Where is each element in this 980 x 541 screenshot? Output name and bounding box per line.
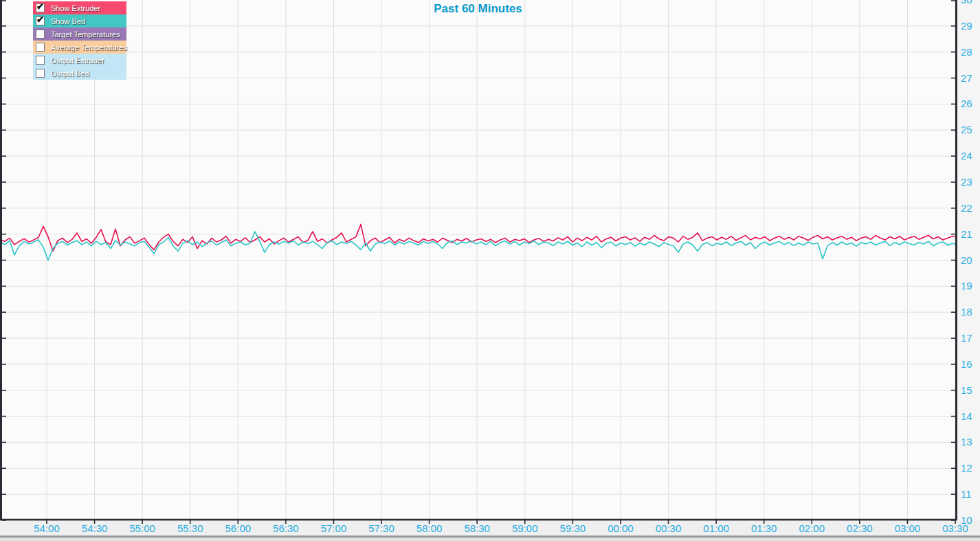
x-tick-label: 55:30 bbox=[169, 522, 212, 534]
legend-item-show-extruder[interactable]: ✔ Show Extruder bbox=[33, 1, 126, 14]
x-tick-label: 01:30 bbox=[743, 522, 786, 534]
x-tick-label: 54:00 bbox=[25, 522, 68, 534]
y-tick-label: 13 bbox=[961, 436, 980, 448]
x-tick-label: 56:00 bbox=[216, 522, 259, 534]
y-tick-label: 24 bbox=[961, 150, 980, 162]
x-tick-label: 55:00 bbox=[121, 522, 164, 534]
x-tick-label: 54:30 bbox=[74, 522, 116, 534]
legend-item-average-temperatures[interactable]: Average Temperatures bbox=[33, 41, 126, 54]
x-tick-label: 03:00 bbox=[886, 522, 928, 534]
legend-item-output-bed[interactable]: Output Bed bbox=[33, 67, 126, 80]
x-tick-label: 57:30 bbox=[360, 522, 403, 534]
panel-bottom-edge bbox=[0, 538, 980, 541]
legend-label: Average Temperatures bbox=[51, 43, 127, 52]
y-tick-label: 25 bbox=[961, 124, 980, 135]
y-tick-label: 30 bbox=[961, 0, 980, 5]
y-tick-label: 23 bbox=[961, 176, 980, 188]
checkmark-icon: ✔ bbox=[36, 2, 44, 11]
y-tick-label: 12 bbox=[961, 462, 980, 474]
y-tick-label: 26 bbox=[961, 98, 980, 109]
legend-checkbox[interactable] bbox=[36, 69, 45, 78]
legend-checkbox[interactable] bbox=[36, 56, 45, 65]
x-tick-label: 59:30 bbox=[551, 522, 594, 534]
legend-label: Output Extruder bbox=[51, 56, 104, 65]
legend-checkbox[interactable] bbox=[36, 30, 45, 38]
legend-label: Show Bed bbox=[51, 17, 85, 25]
y-tick-label: 22 bbox=[961, 202, 980, 214]
x-tick-label: 02:30 bbox=[838, 522, 881, 534]
panel-bottom-border bbox=[0, 536, 980, 538]
y-tick-label: 29 bbox=[961, 20, 980, 32]
temperature-graph-panel: Past 60 Minutes ✔ Show Extruder ✔ Show B… bbox=[0, 0, 980, 541]
x-tick-label: 58:30 bbox=[456, 522, 498, 534]
legend-label: Output Bed bbox=[51, 69, 89, 78]
y-tick-label: 16 bbox=[961, 358, 980, 370]
y-tick-label: 20 bbox=[961, 254, 980, 266]
legend-label: Target Temperatures bbox=[51, 30, 120, 38]
x-tick-label: 58:00 bbox=[408, 522, 451, 534]
legend-label: Show Extruder bbox=[51, 4, 100, 12]
legend-item-show-bed[interactable]: ✔ Show Bed bbox=[33, 14, 126, 27]
y-tick-label: 27 bbox=[961, 72, 980, 84]
x-tick-label: 56:30 bbox=[265, 522, 307, 534]
x-tick-label: 01:00 bbox=[695, 522, 737, 534]
checkmark-icon: ✔ bbox=[36, 15, 44, 24]
legend-item-output-extruder[interactable]: Output Extruder bbox=[33, 54, 126, 67]
legend-item-target-temperatures[interactable]: Target Temperatures bbox=[33, 27, 126, 41]
y-tick-label: 14 bbox=[961, 410, 980, 422]
chart-title: Past 60 Minutes bbox=[0, 2, 956, 16]
temperature-chart bbox=[0, 0, 980, 541]
x-tick-label: 00:30 bbox=[647, 522, 690, 534]
x-tick-label: 03:30 bbox=[934, 522, 977, 534]
y-tick-label: 17 bbox=[961, 332, 980, 344]
x-tick-label: 00:00 bbox=[599, 522, 642, 534]
y-tick-label: 21 bbox=[961, 228, 980, 240]
y-tick-label: 18 bbox=[961, 306, 980, 318]
legend-checkbox[interactable]: ✔ bbox=[36, 3, 45, 12]
legend-checkbox[interactable] bbox=[36, 43, 45, 52]
y-tick-label: 15 bbox=[961, 384, 980, 396]
y-tick-label: 11 bbox=[961, 488, 980, 500]
legend: ✔ Show Extruder ✔ Show Bed Target Temper… bbox=[33, 1, 126, 80]
x-tick-label: 57:00 bbox=[312, 522, 355, 534]
x-tick-label: 02:00 bbox=[790, 522, 833, 534]
legend-checkbox[interactable]: ✔ bbox=[36, 16, 45, 25]
y-tick-label: 19 bbox=[961, 280, 980, 291]
x-tick-label: 59:00 bbox=[504, 522, 546, 534]
y-tick-label: 28 bbox=[961, 46, 980, 58]
